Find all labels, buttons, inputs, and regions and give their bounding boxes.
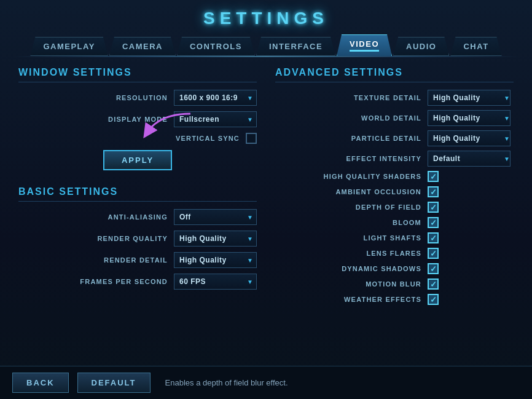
display-mode-select[interactable]: Fullscreen Windowed Borderless [174, 111, 257, 127]
resolution-row: RESOLUTION 1600 x 900 16:9 1920 x 1080 1… [18, 90, 257, 106]
effect-intensity-dropdown-wrapper[interactable]: LowDefaultHigh [428, 151, 514, 167]
depth-of-field-label: DEPTH OF FIELD [275, 203, 428, 211]
hq-shaders-row: HIGH QUALITY SHADERS [275, 171, 514, 182]
anti-aliasing-label: ANTI-ALIASING [88, 213, 168, 221]
tab-audio[interactable]: AUDIO [393, 37, 449, 56]
tab-gameplay[interactable]: GAMEPLAY [30, 37, 108, 56]
particle-detail-dropdown-wrapper[interactable]: LowMediumHigh QualityUltra [428, 130, 514, 146]
tab-interface[interactable]: INTERFACE [256, 37, 335, 56]
motion-blur-checkbox[interactable] [428, 279, 439, 290]
fps-row: FRAMES PER SECOND 30 FPS 60 FPS 120 FPS … [18, 274, 257, 290]
advanced-settings-title: ADVANCED SETTINGS [275, 67, 514, 82]
light-shafts-checkbox[interactable] [428, 232, 439, 243]
fps-dropdown-wrapper[interactable]: 30 FPS 60 FPS 120 FPS Unlimited [174, 274, 257, 290]
lens-flares-checkbox[interactable] [428, 248, 439, 259]
basic-settings-section: BASIC SETTINGS ANTI-ALIASING Off FXAA MS… [18, 186, 257, 295]
vertical-sync-checkbox[interactable] [246, 133, 257, 144]
ambient-occlusion-label: AMBIENT OCCLUSION [275, 188, 428, 196]
render-quality-row: RENDER QUALITY Low Medium High Quality U… [18, 231, 257, 247]
dynamic-shadows-row: DYNAMIC SHADOWS [275, 263, 514, 274]
motion-blur-row: MOTION BLUR [275, 279, 514, 290]
fps-select[interactable]: 30 FPS 60 FPS 120 FPS Unlimited [174, 274, 257, 290]
left-panel: WINDOW SETTINGS RESOLUTION 1600 x 900 16… [18, 67, 257, 360]
resolution-select[interactable]: 1600 x 900 16:9 1920 x 1080 16:9 1280 x … [174, 90, 257, 106]
particle-detail-select[interactable]: LowMediumHigh QualityUltra [428, 130, 510, 146]
world-detail-label: WORLD DETAIL [275, 114, 428, 122]
tab-video[interactable]: VIDEO [337, 34, 392, 56]
tabs-bar: GAMEPLAY CAMERA CONTROLS INTERFACE VIDEO… [0, 34, 532, 56]
texture-detail-row: TEXTURE DETAIL LowMediumHigh QualityUltr… [275, 90, 514, 106]
lens-flares-row: LENS FLARES [275, 248, 514, 259]
world-detail-dropdown-wrapper[interactable]: LowMediumHigh QualityUltra [428, 110, 514, 126]
weather-effects-label: WEATHER EFFECTS [275, 296, 428, 303]
hq-shaders-label: HIGH QUALITY SHADERS [275, 173, 428, 180]
right-panel: ADVANCED SETTINGS TEXTURE DETAIL LowMedi… [275, 67, 514, 360]
apply-btn-row: APPLY [18, 150, 257, 170]
bloom-checkbox[interactable] [428, 217, 439, 228]
world-detail-select[interactable]: LowMediumHigh QualityUltra [428, 110, 510, 126]
render-detail-select[interactable]: Low Medium High Quality Ultra [174, 252, 257, 268]
effect-intensity-label: EFFECT INTENSITY [275, 155, 428, 162]
basic-settings-title: BASIC SETTINGS [18, 186, 257, 202]
world-detail-row: WORLD DETAIL LowMediumHigh QualityUltra [275, 110, 514, 126]
motion-blur-label: MOTION BLUR [275, 280, 428, 288]
ambient-occlusion-row: AMBIENT OCCLUSION [275, 186, 514, 197]
render-quality-dropdown-wrapper[interactable]: Low Medium High Quality Ultra [174, 231, 257, 247]
tab-chat[interactable]: CHAT [450, 37, 501, 56]
bloom-row: BLOOM [275, 217, 514, 228]
texture-detail-dropdown-wrapper[interactable]: LowMediumHigh QualityUltra [428, 90, 514, 106]
effect-intensity-select[interactable]: LowDefaultHigh [428, 151, 510, 167]
render-detail-row: RENDER DETAIL Low Medium High Quality Ul… [18, 252, 257, 268]
anti-aliasing-dropdown-wrapper[interactable]: Off FXAA MSAA 2x MSAA 4x [174, 209, 257, 225]
resolution-dropdown-wrapper[interactable]: 1600 x 900 16:9 1920 x 1080 16:9 1280 x … [174, 90, 257, 106]
depth-of-field-row: DEPTH OF FIELD [275, 202, 514, 213]
weather-effects-checkbox[interactable] [428, 294, 439, 305]
light-shafts-row: LIGHT SHAFTS [275, 232, 514, 243]
texture-detail-label: TEXTURE DETAIL [275, 94, 428, 101]
window-settings-title: WINDOW SETTINGS [18, 67, 257, 82]
tab-camera[interactable]: CAMERA [109, 37, 176, 56]
apply-button[interactable]: APPLY [103, 150, 172, 170]
display-mode-row: DISPLAY MODE Fullscreen Windowed Borderl… [18, 111, 257, 127]
default-button[interactable]: DEFAULT [77, 373, 151, 393]
hq-shaders-checkbox[interactable] [428, 171, 439, 182]
depth-of-field-checkbox[interactable] [428, 202, 439, 213]
particle-detail-row: PARTICLE DETAIL LowMediumHigh QualityUlt… [275, 130, 514, 146]
effect-intensity-row: EFFECT INTENSITY LowDefaultHigh [275, 151, 514, 167]
fps-label: FRAMES PER SECOND [80, 278, 168, 285]
render-detail-label: RENDER DETAIL [88, 256, 168, 264]
render-quality-label: RENDER QUALITY [88, 235, 168, 242]
page-title: SETTINGS [0, 9, 532, 28]
display-mode-label: DISPLAY MODE [88, 116, 168, 123]
vertical-sync-row: VERTICAL SYNC [18, 133, 257, 144]
render-detail-dropdown-wrapper[interactable]: Low Medium High Quality Ultra [174, 252, 257, 268]
texture-detail-select[interactable]: LowMediumHigh QualityUltra [428, 90, 510, 106]
vertical-sync-label: VERTICAL SYNC [160, 135, 240, 142]
particle-detail-label: PARTICLE DETAIL [275, 135, 428, 142]
weather-effects-row: WEATHER EFFECTS [275, 294, 514, 305]
anti-aliasing-select[interactable]: Off FXAA MSAA 2x MSAA 4x [174, 209, 257, 225]
resolution-label: RESOLUTION [88, 94, 168, 101]
display-mode-dropdown-wrapper[interactable]: Fullscreen Windowed Borderless [174, 111, 257, 127]
dynamic-shadows-checkbox[interactable] [428, 263, 439, 274]
ambient-occlusion-checkbox[interactable] [428, 186, 439, 197]
dynamic-shadows-label: DYNAMIC SHADOWS [275, 265, 428, 272]
light-shafts-label: LIGHT SHAFTS [275, 234, 428, 242]
bottom-bar: BACK DEFAULT Enables a depth of field bl… [0, 366, 532, 399]
bloom-label: BLOOM [275, 219, 428, 226]
lens-flares-label: LENS FLARES [275, 250, 428, 257]
tab-controls[interactable]: CONTROLS [177, 37, 255, 56]
window-settings-section: WINDOW SETTINGS RESOLUTION 1600 x 900 16… [18, 67, 257, 174]
back-button[interactable]: BACK [12, 373, 69, 393]
anti-aliasing-row: ANTI-ALIASING Off FXAA MSAA 2x MSAA 4x [18, 209, 257, 225]
bottom-hint: Enables a depth of field blur effect. [165, 378, 288, 387]
render-quality-select[interactable]: Low Medium High Quality Ultra [174, 231, 257, 247]
